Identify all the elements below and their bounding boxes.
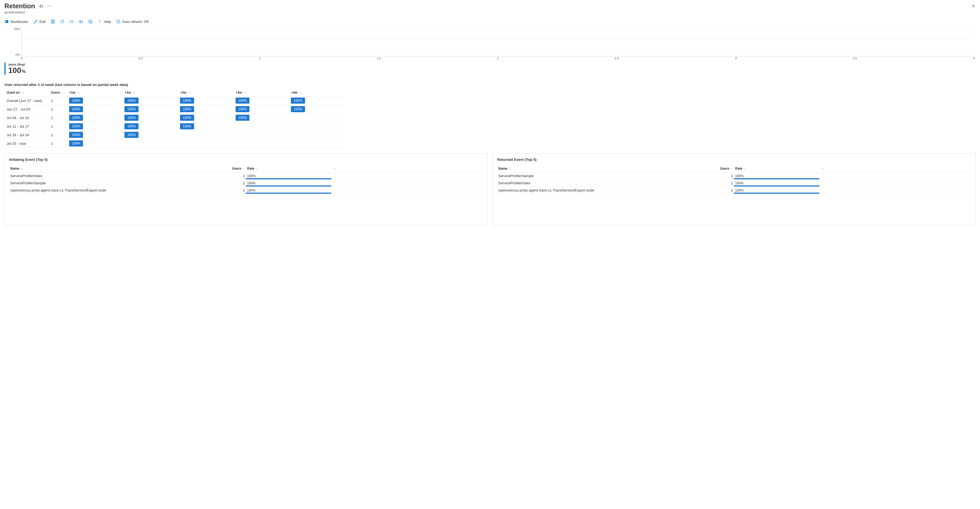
kpi-users-avg: users (Avg) 100% [5,63,975,75]
kpi-value: 100 [8,66,21,75]
table-row[interactable]: ServiceProfilerSample1100% [9,180,483,187]
feedback-icon[interactable] [88,19,92,24]
more-icon[interactable] [47,4,52,8]
table-row[interactable]: ServiceProfilerIndex1100% [497,180,971,187]
svg-point-2 [50,6,51,6]
edit-label: Edit [40,20,46,24]
retention-pill: 100% [69,115,83,121]
table-row[interactable]: Jul 18 - Jul 241100%100% [5,131,344,139]
save-icon[interactable] [51,19,55,24]
svg-rect-4 [5,21,6,21]
table-row[interactable]: /opencensus.proto.agent.trace.v1.TraceSe… [9,187,483,194]
retention-pill: 100% [69,106,83,112]
retention-pill: 100% [124,115,138,121]
close-icon[interactable] [971,4,975,8]
retention-pill: 100% [124,106,138,112]
retention-pill: 100% [291,98,305,104]
returned-title: Returned Event (Top 5) [497,157,971,162]
title-bar: Retention [5,2,975,10]
resource-name: acmefrontend [5,11,975,14]
column-header[interactable]: Users↑↓ [208,165,246,173]
retention-pill: 100% [69,140,83,146]
pin-icon[interactable] [39,4,43,8]
retention-chart: 20%0% 00.511.522.533.54 [8,27,975,60]
svg-point-10 [91,21,91,21]
retention-pill: 100% [235,115,250,121]
table-row[interactable]: Overall (Jun 27 - now)1100%100%100%100%1… [5,97,344,105]
help-label: Help [104,20,111,24]
svg-point-1 [49,6,49,6]
retention-pill: 100% [235,106,250,112]
column-header[interactable]: Users↑↓ [696,165,734,173]
column-header[interactable]: Rate↑↓ [246,165,331,173]
retention-pill: 100% [124,98,138,104]
returned-table: Name↑↓Users↑↓Rate↑↓↑↓ ServiceProfilerSam… [497,165,971,194]
page-title: Retention [5,2,35,10]
refresh-icon[interactable] [60,19,64,24]
table-row[interactable]: Jul 25 - now1100% [5,139,344,148]
svg-rect-7 [52,20,53,21]
retention-pill: 100% [291,106,305,112]
table-row[interactable]: Jul 11 - Jul 171100%100%100% [5,122,344,131]
auto-refresh-label: Auto refresh: Off [122,20,148,24]
svg-point-11 [100,22,100,23]
retention-pill: 100% [180,98,194,104]
retention-table: Used on ↑↓Users ↑↓<1w ↑↓+1w ↑↓+2w ↑↓+3w … [5,89,344,148]
toolbar: Workbooks Edit Help Auto refresh: Off [5,17,975,26]
pin-toolbar-icon[interactable] [79,19,83,24]
cloud-icon[interactable] [69,19,74,24]
retention-pill: 100% [235,98,250,104]
initiating-title: Initiating Event (Top 5) [9,157,483,162]
retention-pill: 100% [180,115,194,121]
column-header[interactable]: Users ↑↓ [49,89,67,97]
kpi-unit: % [22,69,26,74]
column-header[interactable]: Name↑↓ [9,165,208,173]
table-row[interactable]: Jul 04 - Jul 101100%100%100%100% [5,114,344,122]
table-row[interactable]: ServiceProfilerSample1100% [497,173,971,180]
auto-refresh-button[interactable]: Auto refresh: Off [116,19,148,24]
svg-point-8 [89,20,92,23]
table-row[interactable]: /opencensus.proto.agent.trace.v1.TraceSe… [497,187,971,194]
column-header[interactable]: +2w ↑↓ [178,89,233,97]
retention-pill: 100% [69,132,83,138]
svg-rect-6 [52,22,54,23]
initiating-event-panel: Initiating Event (Top 5) Name↑↓Users↑↓Ra… [5,153,487,225]
workbooks-label: Workbooks [11,20,29,24]
retention-pill: 100% [69,123,83,129]
workbooks-button[interactable]: Workbooks [5,19,29,24]
kpi-label: users (Avg) [8,63,975,66]
returned-event-panel: Returned Event (Top 5) Name↑↓Users↑↓Rate… [493,153,975,225]
column-header[interactable]: +3w ↑↓ [233,89,289,97]
column-header[interactable]: Rate↑↓ [734,165,819,173]
column-header[interactable]: +4w ↑↓ [289,89,344,97]
retention-pill: 100% [180,123,194,129]
initiating-table: Name↑↓Users↑↓Rate↑↓↑↓ ServiceProfilerInd… [9,165,483,194]
column-header[interactable]: Used on ↑↓ [5,89,49,97]
svg-point-0 [48,6,48,6]
retention-pill: 100% [124,123,138,129]
table-row[interactable]: ServiceProfilerIndex1100% [9,173,483,180]
retention-pill: 100% [124,132,138,138]
help-button[interactable]: Help [98,19,111,24]
table-row[interactable]: Jun 27 - Jul 031100%100%100%100%100% [5,105,344,114]
retention-pill: 100% [180,106,194,112]
column-header[interactable]: ↑↓ [819,165,971,173]
edit-button[interactable]: Edit [33,19,46,24]
column-header[interactable]: <1w ↑↓ [67,89,123,97]
retention-caption: User returned after # of week (last colu… [5,82,975,87]
column-header[interactable]: Name↑↓ [497,165,696,173]
column-header[interactable]: +1w ↑↓ [122,89,178,97]
retention-pill: 100% [69,98,83,104]
column-header[interactable]: ↑↓ [331,165,483,173]
